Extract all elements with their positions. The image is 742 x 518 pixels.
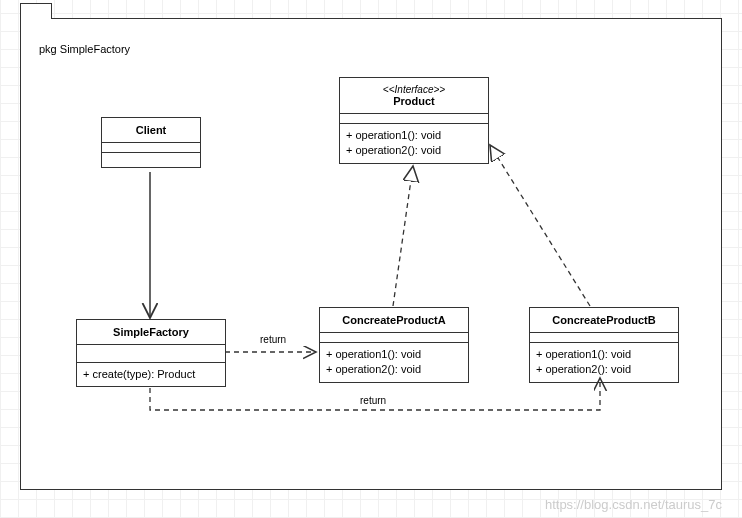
class-simplefactory-ops: + create(type): Product <box>77 363 225 386</box>
class-client: Client <box>101 117 201 168</box>
watermark: https://blog.csdn.net/taurus_7c <box>545 497 722 512</box>
class-concreate-product-b-ops: + operation1(): void + operation2(): voi… <box>530 343 678 382</box>
op: + operation2(): void <box>326 362 462 377</box>
op: + operation2(): void <box>346 143 482 158</box>
class-product: <<Interface>> Product + operation1(): vo… <box>339 77 489 164</box>
class-product-name: Product <box>393 95 435 107</box>
class-product-stereotype: <<Interface>> <box>344 84 484 95</box>
package-label: pkg SimpleFactory <box>39 43 130 55</box>
class-product-head: <<Interface>> Product <box>340 78 488 114</box>
class-product-attrs <box>340 114 488 124</box>
class-client-ops <box>102 153 200 167</box>
class-concreate-product-a-ops: + operation1(): void + operation2(): voi… <box>320 343 468 382</box>
class-simplefactory-attrs <box>77 345 225 363</box>
edge-label-return-b: return <box>360 395 386 406</box>
package-frame: pkg SimpleFactory Client <<Interface>> P… <box>20 18 722 490</box>
class-product-ops: + operation1(): void + operation2(): voi… <box>340 124 488 163</box>
class-simplefactory-name: SimpleFactory <box>77 320 225 345</box>
op: + operation1(): void <box>536 347 672 362</box>
op: + create(type): Product <box>83 367 219 382</box>
op: + operation2(): void <box>536 362 672 377</box>
class-concreate-product-a: ConcreateProductA + operation1(): void +… <box>319 307 469 383</box>
package-tab <box>20 3 52 19</box>
class-simplefactory: SimpleFactory + create(type): Product <box>76 319 226 387</box>
class-concreate-product-b-name: ConcreateProductB <box>530 308 678 333</box>
op: + operation1(): void <box>346 128 482 143</box>
class-client-attrs <box>102 143 200 153</box>
class-concreate-product-a-name: ConcreateProductA <box>320 308 468 333</box>
class-client-name: Client <box>102 118 200 143</box>
class-concreate-product-a-attrs <box>320 333 468 343</box>
edge-label-return-a: return <box>260 334 286 345</box>
op: + operation1(): void <box>326 347 462 362</box>
class-concreate-product-b: ConcreateProductB + operation1(): void +… <box>529 307 679 383</box>
class-concreate-product-b-attrs <box>530 333 678 343</box>
